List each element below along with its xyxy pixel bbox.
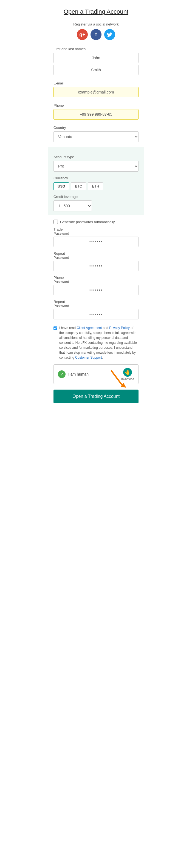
google-login-button[interactable]: g+ (77, 29, 88, 40)
captcha-left: ✓ I am human (58, 370, 89, 378)
last-name-input[interactable] (54, 65, 138, 75)
customer-support-link[interactable]: Customer Support (75, 355, 102, 360)
agreement-text-3: of the company carefully, accept them in… (59, 326, 137, 360)
country-select[interactable]: Vanuatu United States United Kingdom (54, 131, 138, 142)
leverage-label: Credit leverage (54, 195, 138, 199)
trader-password-label: TraderPassword (54, 227, 138, 236)
page-container: Open a Trading Account Register via a so… (48, 0, 144, 411)
leverage-select[interactable]: 1 : 500 1 : 200 1 : 100 (54, 200, 92, 211)
account-section-inner: Account type Pro Standard ECN Currency U… (54, 155, 138, 211)
agreement-text-2: and (102, 326, 109, 330)
repeat-phone-password-group: RepeatPassword (54, 300, 138, 321)
password-section: TraderPassword RepeatPassword PhonePassw… (54, 227, 138, 321)
svg-line-0 (111, 370, 123, 387)
names-section: First and last names (54, 47, 138, 77)
agreement-text-1: I have read (59, 326, 76, 330)
captcha-checkmark: ✓ (58, 370, 66, 378)
captcha-human-text: I am human (68, 372, 89, 376)
currency-usd-button[interactable]: USD (54, 182, 69, 190)
social-icons: g+ f (54, 29, 138, 40)
leverage-section: Credit leverage 1 : 500 1 : 200 1 : 100 (54, 195, 138, 211)
social-section: Register via a social network g+ f (54, 22, 138, 40)
first-name-input[interactable] (54, 53, 138, 63)
phone-input[interactable] (54, 109, 138, 120)
currency-label: Currency (54, 176, 138, 180)
privacy-policy-link[interactable]: Privacy Policy (109, 326, 130, 330)
client-agreement-link[interactable]: Client Agreement (76, 326, 102, 330)
currency-section: Currency USD BTC ETH (54, 176, 138, 190)
names-label: First and last names (54, 47, 138, 51)
phone-password-group: PhonePassword (54, 276, 138, 297)
currency-btc-button[interactable]: BTC (71, 182, 86, 190)
orange-arrow-icon (108, 369, 130, 390)
agreement-text: I have read Client Agreement and Privacy… (59, 326, 138, 360)
account-type-label: Account type (54, 155, 138, 159)
generate-passwords-row: Generate passwords automatically (54, 220, 138, 224)
country-select-wrapper: Vanuatu United States United Kingdom (54, 131, 138, 142)
country-label: Country (54, 126, 138, 130)
account-type-select[interactable]: Pro Standard ECN (54, 161, 138, 172)
submit-container: Open a Trading Account (54, 384, 138, 403)
account-section: Account type Pro Standard ECN Currency U… (48, 147, 144, 215)
country-section: Country Vanuatu United States United Kin… (54, 126, 138, 142)
leverage-select-wrapper: 1 : 500 1 : 200 1 : 100 (54, 200, 138, 211)
repeat-password-input[interactable] (54, 261, 138, 271)
agreement-row: I have read Client Agreement and Privacy… (54, 326, 138, 360)
facebook-login-button[interactable]: f (91, 29, 101, 40)
repeat-phone-password-input[interactable] (54, 309, 138, 319)
email-label: E-mail (54, 81, 138, 85)
page-title: Open a Trading Account (54, 8, 138, 16)
account-type-section: Account type Pro Standard ECN (54, 155, 138, 172)
email-section: E-mail (54, 81, 138, 99)
agreement-checkbox[interactable] (54, 326, 57, 330)
email-input[interactable] (54, 87, 138, 97)
repeat-password-group: RepeatPassword (54, 251, 138, 273)
trader-password-group: TraderPassword (54, 227, 138, 249)
generate-passwords-label: Generate passwords automatically (60, 220, 115, 224)
phone-label: Phone (54, 103, 138, 107)
social-label: Register via a social network (54, 22, 138, 26)
account-type-select-wrapper: Pro Standard ECN (54, 161, 138, 172)
phone-section: Phone (54, 103, 138, 121)
phone-password-label: PhonePassword (54, 276, 138, 284)
trader-password-input[interactable] (54, 237, 138, 247)
generate-passwords-checkbox[interactable] (54, 220, 58, 224)
agreement-text-4: . (102, 355, 103, 360)
twitter-login-button[interactable] (104, 29, 115, 40)
currency-options: USD BTC ETH (54, 182, 138, 190)
repeat-phone-password-label: RepeatPassword (54, 300, 138, 308)
repeat-password-label: RepeatPassword (54, 251, 138, 260)
currency-eth-button[interactable]: ETH (88, 182, 103, 190)
submit-button[interactable]: Open a Trading Account (54, 390, 138, 403)
phone-password-input[interactable] (54, 285, 138, 295)
